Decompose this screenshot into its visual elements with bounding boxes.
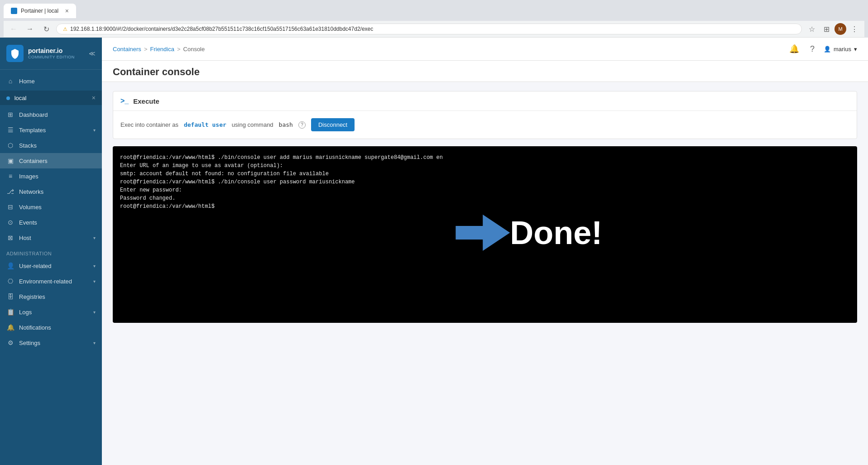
notifications-bell-button[interactable]: 🔔 (787, 42, 801, 56)
breadcrumb-current: Console (183, 46, 205, 53)
events-icon: ⊙ (6, 219, 14, 226)
logs-arrow-icon: ▾ (93, 310, 96, 315)
terminal-line-8: root@friendica:/var/www/html$ (120, 202, 850, 211)
menu-button[interactable]: ⋮ (848, 23, 861, 35)
sidebar-stacks-label: Stacks (19, 142, 96, 149)
sidebar-item-logs[interactable]: 📋 Logs ▾ (0, 304, 102, 320)
extensions-button[interactable]: ⊞ (820, 23, 833, 35)
env-close-button[interactable]: × (92, 94, 96, 101)
env-info: local (6, 95, 26, 101)
breadcrumb-containers-link[interactable]: Containers (113, 46, 141, 53)
breadcrumb-sep-2: > (177, 46, 181, 53)
done-arrow-icon (456, 215, 510, 251)
sidebar: portainer.io COMMUNITY EDITION ≪ ⌂ Home … (0, 38, 102, 465)
breadcrumb-friendica-link[interactable]: Friendica (150, 46, 174, 53)
home-icon: ⌂ (6, 77, 14, 85)
environment-related-icon: ⎔ (6, 278, 14, 285)
tab-title: Portainer | local (21, 8, 62, 14)
content-area: >_ Execute Exec into container as defaul… (102, 82, 868, 465)
logs-icon: 📋 (6, 308, 14, 316)
sidebar-networks-label: Networks (19, 188, 96, 195)
images-icon: ≡ (6, 173, 14, 180)
sidebar-item-home[interactable]: ⌂ Home (0, 73, 102, 89)
sidebar-registries-label: Registries (19, 293, 96, 300)
user-related-arrow-icon: ▾ (93, 264, 96, 268)
sidebar-logs-label: Logs (19, 309, 89, 316)
terminal[interactable]: root@friendica:/var/www/html$ ./bin/cons… (113, 146, 857, 323)
exec-command-text: bash (279, 121, 293, 128)
breadcrumb-sep-1: > (144, 46, 148, 53)
main-content: Containers > Friendica > Console 🔔 ? 👤 m… (102, 38, 868, 465)
sidebar-user-related-label: User-related (19, 263, 89, 269)
url-text: 192.168.1.18:9000/#!/2/docker/containers… (70, 26, 373, 32)
sidebar-volumes-label: Volumes (19, 204, 96, 211)
sidebar-item-environment-related[interactable]: ⎔ Environment-related ▾ (0, 273, 102, 289)
exec-user-highlight: default user (184, 121, 226, 128)
notifications-icon: 🔔 (6, 324, 14, 331)
execute-body: Exec into container as default user usin… (113, 111, 857, 139)
logo-title: portainer.io (28, 47, 75, 55)
templates-arrow-icon: ▾ (93, 128, 96, 133)
sidebar-item-notifications[interactable]: 🔔 Notifications (0, 320, 102, 335)
user-menu[interactable]: 👤 marius ▾ (824, 46, 857, 53)
exec-help-icon[interactable]: ? (298, 121, 306, 129)
sidebar-item-volumes[interactable]: ⊟ Volumes (0, 199, 102, 215)
sidebar-item-containers[interactable]: ▣ Containers (0, 153, 102, 168)
terminal-line-4: smtp: account default not found: no conf… (120, 170, 850, 178)
execute-title: Execute (133, 97, 159, 105)
sidebar-settings-label: Settings (19, 340, 89, 346)
portainer-logo-icon (6, 45, 24, 62)
containers-icon: ▣ (6, 157, 14, 164)
sidebar-collapse-button[interactable]: ≪ (89, 50, 96, 57)
sidebar-item-settings[interactable]: ⚙ Settings ▾ (0, 335, 102, 350)
reload-button[interactable]: ↻ (40, 23, 53, 35)
tab-close-button[interactable]: × (65, 8, 69, 14)
sidebar-item-events[interactable]: ⊙ Events (0, 215, 102, 230)
forward-button[interactable]: → (24, 23, 36, 35)
host-icon: ⊠ (6, 234, 14, 241)
env-status-dot (6, 96, 10, 100)
sidebar-env-item: local × (0, 91, 102, 105)
bookmark-button[interactable]: ☆ (806, 23, 818, 35)
sidebar-item-registries[interactable]: 🗄 Registries (0, 289, 102, 304)
sidebar-images-label: Images (19, 173, 96, 180)
sidebar-environment-related-label: Environment-related (19, 278, 89, 285)
terminal-line-6: Enter new password: (120, 186, 850, 194)
sidebar-item-host[interactable]: ⊠ Host ▾ (0, 230, 102, 245)
terminal-line-5: root@friendica:/var/www/html$ ./bin/cons… (120, 178, 850, 186)
app: portainer.io COMMUNITY EDITION ≪ ⌂ Home … (0, 38, 868, 465)
top-actions: 🔔 ? 👤 marius ▾ (787, 42, 857, 56)
page-title: Container console (102, 61, 868, 82)
browser-nav: ← → ↻ ⚠ 192.168.1.18:9000/#!/2/docker/co… (4, 21, 864, 38)
sidebar-item-templates[interactable]: ☰ Templates ▾ (0, 122, 102, 138)
browser-tab-active[interactable]: Portainer | local × (4, 4, 76, 18)
sidebar-item-dashboard[interactable]: ⊞ Dashboard (0, 107, 102, 122)
help-button[interactable]: ? (808, 43, 816, 56)
execute-header: >_ Execute (113, 91, 857, 111)
sidebar-host-label: Host (19, 235, 89, 241)
execute-chevron-icon: >_ (120, 97, 129, 105)
terminal-line-1: root@friendica:/var/www/html$ ./bin/cons… (120, 153, 850, 162)
done-text: Done! (510, 214, 602, 251)
sidebar-containers-label: Containers (19, 158, 96, 164)
back-button[interactable]: ← (7, 23, 20, 35)
sidebar-item-user-related[interactable]: 👤 User-related ▾ (0, 258, 102, 273)
sidebar-item-stacks[interactable]: ⬡ Stacks (0, 138, 102, 153)
done-overlay: Done! (456, 214, 602, 251)
disconnect-button[interactable]: Disconnect (311, 118, 355, 131)
logo-text: portainer.io COMMUNITY EDITION (28, 47, 75, 60)
nav-right: ☆ ⊞ M ⋮ (806, 23, 861, 35)
top-bar: Containers > Friendica > Console 🔔 ? 👤 m… (102, 38, 868, 61)
sidebar-item-images[interactable]: ≡ Images (0, 168, 102, 184)
exec-mid-text: using command (232, 121, 273, 128)
host-arrow-icon: ▾ (93, 235, 96, 240)
sidebar-nav: ⌂ Home local × ⊞ Dashboard ☰ Templates ▾ (0, 70, 102, 465)
browser-tabs: Portainer | local × (4, 4, 864, 18)
sidebar-home-label: Home (19, 78, 96, 85)
svg-marker-0 (456, 215, 510, 251)
sidebar-events-label: Events (19, 219, 96, 226)
address-bar[interactable]: ⚠ 192.168.1.18:9000/#!/2/docker/containe… (56, 24, 802, 34)
sidebar-templates-label: Templates (19, 127, 89, 134)
sidebar-item-networks[interactable]: ⎇ Networks (0, 184, 102, 199)
volumes-icon: ⊟ (6, 203, 14, 211)
